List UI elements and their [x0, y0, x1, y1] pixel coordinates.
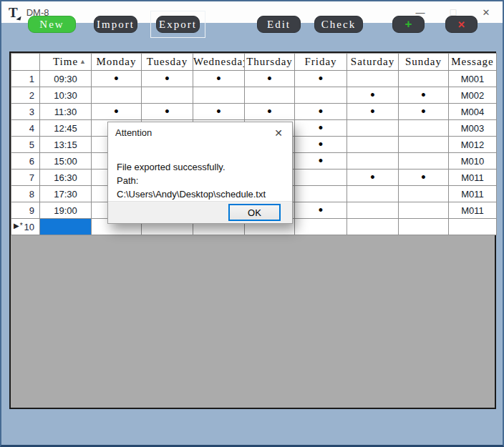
attention-dialog: Attention ✕ File exported successfully. … — [107, 122, 293, 224]
column-header-wednesday[interactable]: Wednesday — [193, 54, 245, 71]
saturday-cell[interactable] — [347, 137, 399, 153]
thursday-cell[interactable]: • — [245, 71, 295, 87]
time-cell[interactable]: 17:30 — [40, 186, 92, 202]
check-button[interactable]: Check — [314, 16, 363, 33]
import-button[interactable]: Import — [94, 16, 137, 33]
grid-empty-area — [11, 235, 495, 408]
saturday-cell[interactable] — [347, 219, 399, 235]
wednesday-cell[interactable] — [193, 87, 245, 104]
add-row-button[interactable]: + — [392, 16, 425, 33]
row-header[interactable]: 4 — [11, 120, 40, 137]
friday-cell[interactable] — [295, 219, 347, 235]
saturday-cell[interactable]: • — [347, 104, 399, 120]
row-header[interactable]: 1 — [11, 71, 40, 87]
thursday-cell[interactable] — [245, 87, 295, 104]
sunday-cell[interactable] — [399, 153, 449, 170]
column-header-sunday[interactable]: Sunday — [399, 54, 449, 71]
friday-cell[interactable]: • — [295, 71, 347, 87]
sunday-cell[interactable] — [399, 219, 449, 235]
new-button[interactable]: New — [28, 16, 76, 33]
row-header[interactable]: 8 — [11, 186, 40, 202]
edit-button[interactable]: Edit — [257, 16, 301, 33]
ok-button[interactable]: OK — [228, 204, 281, 221]
new-row-indicator: ▶* — [14, 222, 24, 230]
tuesday-cell[interactable]: • — [142, 71, 193, 87]
time-cell[interactable]: 12:45 — [40, 120, 92, 137]
saturday-cell[interactable]: • — [347, 170, 399, 186]
saturday-cell[interactable] — [347, 186, 399, 202]
row-header[interactable]: 7 — [11, 170, 40, 186]
saturday-cell[interactable] — [347, 71, 399, 87]
friday-cell[interactable]: • — [295, 153, 347, 170]
column-header-tuesday[interactable]: Tuesday — [142, 54, 193, 71]
message-cell[interactable]: M003 — [449, 120, 497, 137]
sunday-cell[interactable] — [399, 71, 449, 87]
column-header-time[interactable]: Time▲ — [40, 54, 92, 71]
message-cell[interactable]: M011 — [449, 186, 497, 202]
friday-cell[interactable]: • — [295, 104, 347, 120]
delete-row-button[interactable]: ✕ — [445, 16, 478, 33]
message-cell[interactable] — [449, 219, 497, 235]
friday-cell[interactable] — [295, 87, 347, 104]
column-header-friday[interactable]: Friday — [295, 54, 347, 71]
saturday-cell[interactable] — [347, 153, 399, 170]
saturday-cell[interactable] — [347, 202, 399, 219]
monday-cell[interactable]: • — [92, 104, 142, 120]
row-header[interactable]: 9 — [11, 202, 40, 219]
row-header[interactable]: 2 — [11, 87, 40, 104]
time-cell[interactable]: 19:00 — [40, 202, 92, 219]
column-header-monday[interactable]: Monday — [92, 54, 142, 71]
sunday-cell[interactable]: • — [399, 87, 449, 104]
message-cell[interactable]: M004 — [449, 104, 497, 120]
monday-cell[interactable] — [92, 87, 142, 104]
saturday-cell[interactable] — [347, 120, 399, 137]
table-row: 2 10:30 • • M002 — [11, 87, 497, 104]
corner-header[interactable] — [11, 54, 40, 71]
monday-cell[interactable]: • — [92, 71, 142, 87]
column-header-message[interactable]: Message — [449, 54, 497, 71]
thursday-cell[interactable]: • — [245, 104, 295, 120]
title-bar: T DM-8 — □ ✕ — [1, 1, 503, 23]
sunday-cell[interactable] — [399, 186, 449, 202]
wednesday-cell[interactable]: • — [193, 104, 245, 120]
wednesday-cell[interactable]: • — [193, 71, 245, 87]
row-header[interactable]: ▶*10 — [11, 219, 40, 235]
sunday-cell[interactable] — [399, 120, 449, 137]
export-button[interactable]: Export — [156, 16, 200, 33]
message-cell[interactable]: M011 — [449, 170, 497, 186]
time-cell[interactable]: 10:30 — [40, 87, 92, 104]
schedule-grid: Time▲ Monday Tuesday Wednesday Thursday … — [9, 51, 496, 409]
friday-cell[interactable]: • — [295, 202, 347, 219]
message-cell[interactable]: M010 — [449, 153, 497, 170]
tuesday-cell[interactable]: • — [142, 104, 193, 120]
friday-cell[interactable] — [295, 186, 347, 202]
message-cell[interactable]: M012 — [449, 137, 497, 153]
dialog-close-icon[interactable]: ✕ — [265, 122, 292, 143]
column-header-thursday[interactable]: Thursday — [245, 54, 295, 71]
time-cell[interactable]: 16:30 — [40, 170, 92, 186]
friday-cell[interactable]: • — [295, 137, 347, 153]
sunday-cell[interactable]: • — [399, 104, 449, 120]
table-row: 1 09:30 • • • • • M001 — [11, 71, 497, 87]
saturday-cell[interactable]: • — [347, 87, 399, 104]
friday-cell[interactable]: • — [295, 120, 347, 137]
time-cell[interactable]: 11:30 — [40, 104, 92, 120]
sunday-cell[interactable] — [399, 137, 449, 153]
time-cell[interactable] — [40, 219, 92, 235]
column-header-saturday[interactable]: Saturday — [347, 54, 399, 71]
time-cell[interactable]: 13:15 — [40, 137, 92, 153]
row-header[interactable]: 3 — [11, 104, 40, 120]
sunday-cell[interactable] — [399, 202, 449, 219]
message-cell[interactable]: M011 — [449, 202, 497, 219]
time-cell[interactable]: 09:30 — [40, 71, 92, 87]
tuesday-cell[interactable] — [142, 87, 193, 104]
time-cell[interactable]: 15:00 — [40, 153, 92, 170]
message-cell[interactable]: M001 — [449, 71, 497, 87]
x-icon: ✕ — [457, 19, 465, 30]
dialog-title: Attention — [115, 127, 152, 138]
friday-cell[interactable] — [295, 170, 347, 186]
message-cell[interactable]: M002 — [449, 87, 497, 104]
row-header[interactable]: 6 — [11, 153, 40, 170]
row-header[interactable]: 5 — [11, 137, 40, 153]
sunday-cell[interactable]: • — [399, 170, 449, 186]
